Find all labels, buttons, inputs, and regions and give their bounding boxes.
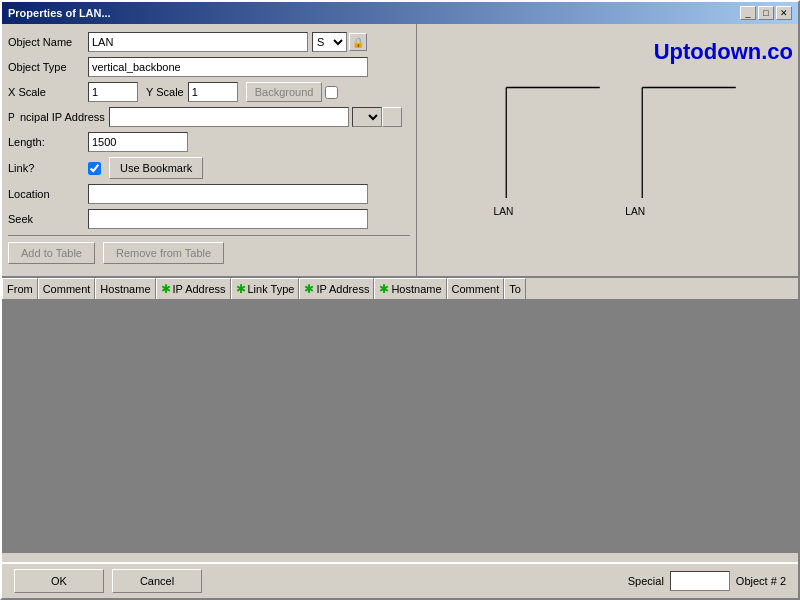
link-checkbox-area [88,162,101,175]
principal-prefix: P [8,112,20,123]
link-label: Link? [8,162,88,174]
star-icon: ✱ [304,282,314,296]
principal-ip-row: P ncipal IP Address [8,107,410,127]
diagram-area: LAN LAN [437,79,788,266]
remove-from-table-button[interactable]: Remove from Table [103,242,224,264]
add-to-table-button[interactable]: Add to Table [8,242,95,264]
footer: OK Cancel Special Object # 2 [2,562,798,598]
main-window: Properties of LAN... _ □ ✕ Object Name S… [0,0,800,600]
x-scale-input[interactable] [88,82,138,102]
table-buttons-row: Add to Table Remove from Table [8,242,410,264]
maximize-button[interactable]: □ [758,6,774,20]
column-label: Comment [452,283,500,295]
minimize-button[interactable]: _ [740,6,756,20]
object-type-input[interactable] [88,57,368,77]
cancel-button[interactable]: Cancel [112,569,202,593]
seek-input[interactable] [88,209,368,229]
svg-text:LAN: LAN [625,206,645,217]
column-header-hostname: ✱Hostname [374,278,446,299]
y-scale-label: Y Scale [146,86,184,98]
object-type-label: Object Type [8,61,88,73]
length-label: Length: [8,136,88,148]
location-input[interactable] [88,184,368,204]
special-label: Special [628,575,664,587]
column-label: Link Type [248,283,295,295]
columns-row: FromCommentHostname✱IP Address✱Link Type… [2,276,798,300]
ok-button[interactable]: OK [14,569,104,593]
location-row: Location [8,184,410,204]
column-label: Comment [43,283,91,295]
s-dropdown-area: S 🔒 [312,32,367,52]
scale-row: X Scale Y Scale Background [8,82,410,102]
column-header-comment: Comment [447,278,505,299]
column-header-link-type: ✱Link Type [231,278,300,299]
background-button[interactable]: Background [246,82,323,102]
column-label: To [509,283,521,295]
use-bookmark-button[interactable]: Use Bookmark [109,157,203,179]
star-icon: ✱ [161,282,171,296]
column-label: IP Address [173,283,226,295]
diagram-svg: LAN LAN [437,79,788,266]
data-area [2,300,798,552]
column-header-ip-address: ✱IP Address [156,278,231,299]
background-checkbox[interactable] [325,86,338,99]
location-label: Location [8,188,88,200]
column-header-to: To [504,278,526,299]
principal-ip-label: ncipal IP Address [20,111,105,123]
left-panel: Object Name S 🔒 Object Type X Scale Y Sc… [2,24,417,276]
y-scale-input[interactable] [188,82,238,102]
separator [8,235,410,236]
seek-row: Seek [8,209,410,229]
right-panel: Uptodown.co LAN LAN [417,24,798,276]
s-dropdown[interactable]: S [312,32,347,52]
column-header-hostname: Hostname [95,278,155,299]
column-label: IP Address [316,283,369,295]
footer-right: Special Object # 2 [628,571,786,591]
link-checkbox[interactable] [88,162,101,175]
close-button[interactable]: ✕ [776,6,792,20]
column-header-ip-address: ✱IP Address [299,278,374,299]
principal-extra-button[interactable] [382,107,402,127]
special-input[interactable] [670,571,730,591]
star-icon: ✱ [379,282,389,296]
column-label: Hostname [100,283,150,295]
x-scale-label: X Scale [8,86,88,98]
column-label: Hostname [391,283,441,295]
footer-buttons: OK Cancel [14,569,202,593]
object-number: Object # 2 [736,575,786,587]
column-header-from: From [2,278,38,299]
uptodown-watermark: Uptodown.co [654,39,793,65]
star-icon: ✱ [236,282,246,296]
link-row: Link? Use Bookmark [8,157,410,179]
column-label: From [7,283,33,295]
svg-text:LAN: LAN [494,206,514,217]
length-input[interactable] [88,132,188,152]
object-name-label: Object Name [8,36,88,48]
window-title: Properties of LAN... [8,7,111,19]
seek-label: Seek [8,213,88,225]
column-header-comment: Comment [38,278,96,299]
object-type-row: Object Type [8,57,410,77]
title-bar-buttons: _ □ ✕ [740,6,792,20]
principal-ip-input[interactable] [109,107,349,127]
bottom-strip [2,552,798,562]
content-area: Object Name S 🔒 Object Type X Scale Y Sc… [2,24,798,276]
length-row: Length: [8,132,410,152]
principal-dropdown[interactable] [352,107,382,127]
title-bar: Properties of LAN... _ □ ✕ [2,2,798,24]
object-name-input[interactable] [88,32,308,52]
object-name-row: Object Name S 🔒 [8,32,410,52]
lock-button[interactable]: 🔒 [349,33,367,51]
